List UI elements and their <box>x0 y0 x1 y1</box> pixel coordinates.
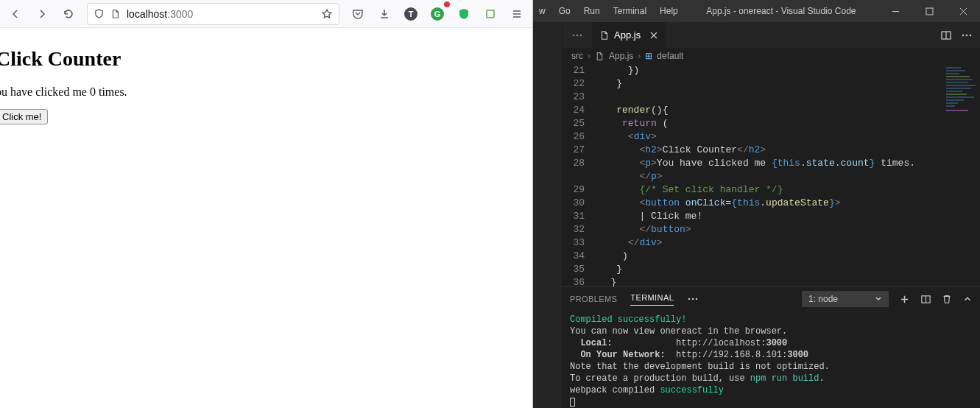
svg-rect-0 <box>487 10 494 18</box>
click-me-button[interactable]: Click me! <box>0 109 48 124</box>
forward-button[interactable] <box>31 3 53 25</box>
reload-button[interactable] <box>57 3 80 25</box>
browser-toolbar: localhost:3000 T G <box>0 0 532 28</box>
page-icon <box>110 9 121 19</box>
panel-tab-terminal[interactable]: TERMINAL <box>630 293 674 306</box>
panel-tab-problems[interactable]: PROBLEMS <box>570 295 617 303</box>
svg-point-8 <box>970 34 972 36</box>
chevron-right-icon: › <box>638 51 641 61</box>
extension-grammarly-icon[interactable]: G <box>426 3 448 25</box>
minimize-button[interactable] <box>878 0 912 22</box>
app-menu-button[interactable] <box>506 3 528 25</box>
svg-point-6 <box>962 34 965 36</box>
close-button[interactable] <box>946 0 980 22</box>
extension-shield-icon[interactable] <box>453 3 475 25</box>
svg-point-11 <box>696 298 698 300</box>
svg-rect-1 <box>926 8 933 15</box>
shield-icon <box>94 8 105 19</box>
pocket-icon[interactable] <box>347 3 369 25</box>
editor-tabs-bar: App.js <box>563 22 980 48</box>
window-controls <box>878 0 980 22</box>
back-button[interactable] <box>4 3 27 25</box>
chevron-right-icon: › <box>588 51 591 61</box>
file-icon <box>595 52 604 61</box>
tab-overflow-icon[interactable] <box>563 22 592 48</box>
split-terminal-icon[interactable] <box>920 294 931 305</box>
minimap[interactable] <box>943 64 980 286</box>
svg-point-9 <box>688 298 691 300</box>
page-heading: Click Counter <box>0 47 121 71</box>
breadcrumbs[interactable]: src › App.js › ⊞ default <box>563 48 980 64</box>
browser-window: localhost:3000 T G Click Counter ou have… <box>0 0 533 408</box>
menu-item-run[interactable]: Run <box>578 0 606 22</box>
vscode-title: App.js - onereact - Visual Studio Code <box>684 6 878 16</box>
url-text: localhost:3000 <box>127 8 193 20</box>
more-actions-icon[interactable] <box>961 29 973 41</box>
extension-puzzle-icon[interactable] <box>479 3 501 25</box>
chevron-down-icon <box>875 295 882 303</box>
symbol-icon: ⊞ <box>645 51 652 61</box>
panel-more-icon[interactable] <box>687 293 699 305</box>
editor-tab-appjs[interactable]: App.js <box>592 22 666 48</box>
tab-label: App.js <box>614 29 641 41</box>
vscode-titlebar: wGoRunTerminalHelp App.js - onereact - V… <box>533 0 980 22</box>
new-terminal-icon[interactable] <box>899 294 910 305</box>
code-editor[interactable]: 212223242526272829303132333435363738 }) … <box>563 64 980 286</box>
terminal-select[interactable]: 1: node <box>802 291 889 307</box>
svg-point-3 <box>577 34 579 36</box>
breadcrumb-file: App.js <box>609 51 633 61</box>
bookmark-star-icon[interactable] <box>321 8 333 20</box>
downloads-icon[interactable] <box>373 3 395 25</box>
panel: PROBLEMS TERMINAL 1: node <box>563 286 980 408</box>
split-editor-icon[interactable] <box>940 29 952 41</box>
close-icon[interactable] <box>649 31 658 40</box>
svg-point-2 <box>573 34 575 36</box>
vscode-side-gutter <box>533 22 563 408</box>
extension-t-icon[interactable]: T <box>400 3 422 25</box>
trash-icon[interactable] <box>942 294 952 304</box>
menu-item-help[interactable]: Help <box>654 0 684 22</box>
breadcrumb-folder: src <box>571 51 583 61</box>
chevron-up-icon[interactable] <box>962 294 973 304</box>
url-bar[interactable]: localhost:3000 <box>87 3 339 25</box>
menu-item-terminal[interactable]: Terminal <box>607 0 652 22</box>
vscode-menu: wGoRunTerminalHelp <box>533 0 684 22</box>
breadcrumb-symbol: default <box>657 51 683 61</box>
menu-item-w[interactable]: w <box>533 0 551 22</box>
page-paragraph: ou have clicked me 0 times. <box>0 85 127 99</box>
page-content: Click Counter ou have clicked me 0 times… <box>0 28 532 124</box>
panel-tabs: PROBLEMS TERMINAL 1: node <box>563 287 980 311</box>
terminal-output[interactable]: Compiled successfully!You can now view o… <box>563 311 980 408</box>
menu-item-go[interactable]: Go <box>553 0 577 22</box>
svg-point-10 <box>692 298 694 300</box>
svg-point-4 <box>580 34 582 36</box>
svg-point-7 <box>966 34 968 36</box>
maximize-button[interactable] <box>912 0 946 22</box>
vscode-window: wGoRunTerminalHelp App.js - onereact - V… <box>533 0 980 408</box>
file-icon <box>599 30 610 41</box>
